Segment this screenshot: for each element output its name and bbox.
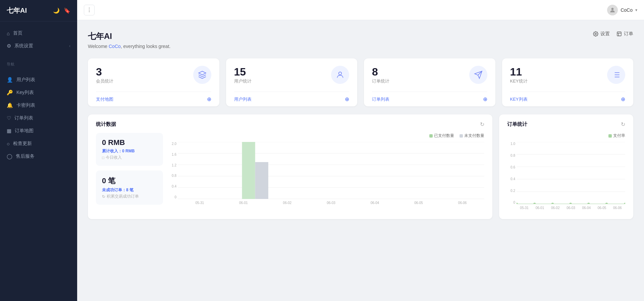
stats-data-header: 统计数据 ↻ bbox=[96, 121, 484, 128]
stat-card-users: 15 用户统计 用户列表 ⊕ bbox=[226, 58, 358, 106]
page-title-area: 七年AI Welcome CoCo, everything looks grea… bbox=[88, 31, 170, 49]
page-header: 七年AI Welcome CoCo, everything looks grea… bbox=[88, 31, 633, 49]
chevron-down-icon: ▾ bbox=[635, 8, 637, 12]
key-icon: 🔑 bbox=[7, 90, 13, 96]
stat-link-icon-users[interactable]: ⊕ bbox=[345, 96, 349, 102]
stats-data-refresh-button[interactable]: ↻ bbox=[480, 121, 484, 128]
heart-icon: ♡ bbox=[7, 115, 11, 121]
svg-point-31 bbox=[605, 203, 608, 204]
settings-action-button[interactable]: 设置 bbox=[593, 31, 610, 37]
username-label: CoCo bbox=[621, 7, 633, 13]
legend-paid: 已支付数量 bbox=[429, 133, 454, 139]
legend-unpaid-dot bbox=[460, 134, 463, 138]
stats-data-card: 统计数据 ↻ 0 RMB 累计收入：0 RMB □今日收入 bbox=[88, 114, 492, 219]
sidebar-item-settings[interactable]: ⚙ 系统设置 ‹ bbox=[0, 40, 77, 52]
order-stats-title: 订单统计 bbox=[507, 121, 527, 128]
main-area: ⋮ CoCo ▾ 七年AI Welcome CoCo, everything l… bbox=[77, 0, 644, 301]
svg-point-0 bbox=[611, 8, 614, 10]
stat-label-orders: 订单统计 bbox=[372, 78, 389, 84]
stat-icon-users bbox=[331, 66, 349, 84]
accumulate-orders: ↻积累交易成功订单 bbox=[102, 194, 157, 199]
stat-icon-orders bbox=[469, 66, 487, 84]
order-stats-header: 订单统计 ↻ bbox=[507, 121, 625, 128]
sidebar-item-order-list[interactable]: ♡ 订单列表 bbox=[0, 112, 77, 124]
stat-link-members[interactable]: 支付地图 bbox=[96, 96, 113, 102]
stat-link-icon-keys[interactable]: ⊕ bbox=[621, 96, 625, 102]
bar-paid-0601 bbox=[242, 142, 255, 199]
page-title: 七年AI bbox=[88, 31, 170, 42]
stat-card-members: 3 会员统计 支付地图 ⊕ bbox=[88, 58, 219, 106]
bottom-charts: 统计数据 ↻ 0 RMB 累计收入：0 RMB □今日收入 bbox=[88, 114, 633, 219]
user-menu[interactable]: CoCo ▾ bbox=[607, 5, 637, 15]
sidebar-item-home[interactable]: ⌂ 首页 bbox=[0, 27, 77, 40]
revenue-card: 0 RMB 累计收入：0 RMB □今日收入 bbox=[96, 133, 163, 166]
topbar: ⋮ CoCo ▾ bbox=[77, 0, 644, 20]
stat-link-users[interactable]: 用户列表 bbox=[234, 96, 252, 102]
stat-icon-keys bbox=[607, 66, 625, 84]
bar-unpaid-0601 bbox=[255, 162, 268, 199]
sidebar-nav-menu: 👤 用户列表 🔑 Key列表 🔔 卡密列表 ♡ 订单列表 ▦ 订单地图 ○ 检查… bbox=[0, 68, 77, 168]
stat-link-keys[interactable]: KEY列表 bbox=[510, 96, 528, 102]
sidebar-item-user-list[interactable]: 👤 用户列表 bbox=[0, 73, 77, 86]
line-chart-svg bbox=[517, 142, 625, 204]
settings-icon: ⚙ bbox=[7, 43, 11, 49]
svg-point-26 bbox=[517, 203, 518, 204]
avatar bbox=[607, 5, 618, 15]
stats-mini-cards: 0 RMB 累计收入：0 RMB □今日收入 0 笔 未成功订单：8 笔 bbox=[96, 133, 163, 206]
line-chart-legend: 支付率 bbox=[507, 133, 625, 139]
bar-chart-svg bbox=[178, 142, 484, 199]
bookmark-icon[interactable]: 🔖 bbox=[64, 7, 70, 14]
sidebar-item-order-map[interactable]: ▦ 订单地图 bbox=[0, 124, 77, 137]
stat-link-icon-members[interactable]: ⊕ bbox=[207, 96, 211, 102]
menu-button[interactable]: ⋮ bbox=[84, 5, 95, 15]
stat-label-users: 用户统计 bbox=[234, 78, 252, 84]
sidebar-item-key-list[interactable]: 🔑 Key列表 bbox=[0, 86, 77, 99]
stat-link-orders[interactable]: 订单列表 bbox=[372, 96, 389, 102]
nav-section-label: 导航 bbox=[0, 58, 77, 68]
stat-card-keys: 11 KEY统计 KEY列表 ⊕ bbox=[502, 58, 634, 106]
order-stats-card: 订单统计 ↻ 支付率 1.00.80.60.40.20 bbox=[499, 114, 633, 219]
card-icon: 🔔 bbox=[7, 102, 13, 108]
svg-point-29 bbox=[569, 203, 572, 204]
legend-payment-rate: 支付率 bbox=[608, 133, 625, 139]
stat-card-orders: 8 订单统计 订单列表 ⊕ bbox=[364, 58, 495, 106]
sidebar-item-check-update[interactable]: ○ 检查更新 bbox=[0, 137, 77, 150]
sidebar: 七年AI 🌙 🔖 ⌂ 首页 ⚙ 系统设置 ‹ 导航 👤 用户列表 🔑 Key列表… bbox=[0, 0, 77, 301]
cumulative-revenue: 累计收入：0 RMB bbox=[102, 148, 157, 154]
stats-grid: 3 会员统计 支付地图 ⊕ 15 用户统计 bbox=[88, 58, 633, 106]
svg-point-32 bbox=[624, 203, 625, 204]
stat-number-orders: 8 bbox=[372, 66, 389, 78]
page-actions: 设置 订单 bbox=[593, 31, 633, 37]
main-content: 七年AI Welcome CoCo, everything looks grea… bbox=[77, 20, 644, 301]
stat-link-icon-orders[interactable]: ⊕ bbox=[483, 96, 487, 102]
coco-link[interactable]: CoCo bbox=[109, 44, 121, 49]
stat-label-members: 会员统计 bbox=[96, 78, 113, 84]
stat-number-keys: 11 bbox=[510, 66, 528, 78]
svg-rect-2 bbox=[617, 32, 621, 36]
order-stats-refresh-button[interactable]: ↻ bbox=[621, 121, 625, 128]
legend-payment-rate-dot bbox=[608, 134, 612, 138]
moon-icon[interactable]: 🌙 bbox=[53, 7, 60, 14]
stat-number-users: 15 bbox=[234, 66, 252, 78]
svg-point-27 bbox=[533, 203, 536, 204]
svg-point-30 bbox=[587, 203, 590, 204]
orders-action-button[interactable]: 订单 bbox=[616, 31, 633, 37]
chat-icon: ◯ bbox=[7, 153, 12, 159]
today-revenue: □今日收入 bbox=[102, 155, 157, 160]
person-icon: 👤 bbox=[7, 77, 13, 83]
legend-unpaid: 未支付数量 bbox=[460, 133, 484, 139]
bar-chart-area: 已支付数量 未支付数量 2.01.61.20.80.40 bbox=[168, 133, 484, 206]
legend-paid-dot bbox=[429, 134, 433, 138]
orders-mini-card: 0 笔 未成功订单：8 笔 ↻积累交易成功订单 bbox=[96, 170, 163, 205]
revenue-amount: 0 RMB bbox=[102, 138, 157, 147]
sidebar-item-after-sales[interactable]: ◯ 售后服务 bbox=[0, 150, 77, 163]
sidebar-item-card-list[interactable]: 🔔 卡密列表 bbox=[0, 99, 77, 112]
incomplete-orders: 未成功订单：8 笔 bbox=[102, 187, 157, 193]
svg-point-28 bbox=[551, 203, 554, 204]
stat-label-keys: KEY统计 bbox=[510, 78, 528, 84]
stat-number-members: 3 bbox=[96, 66, 113, 78]
stats-data-title: 统计数据 bbox=[96, 121, 116, 128]
page-subtitle: Welcome CoCo, everything looks great. bbox=[88, 44, 170, 49]
stat-icon-members bbox=[193, 66, 211, 84]
svg-point-1 bbox=[595, 33, 596, 35]
